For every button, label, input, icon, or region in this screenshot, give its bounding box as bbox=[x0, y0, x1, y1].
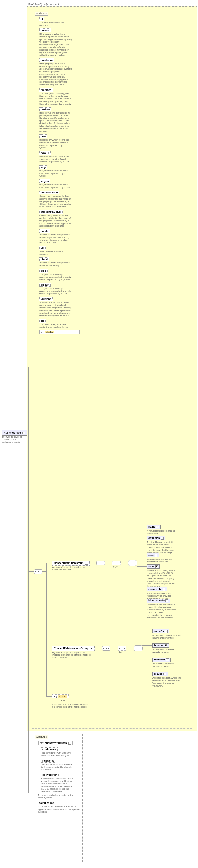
element-narrower[interactable]: narrower+ bbox=[152, 658, 170, 662]
element-hierarchyInfo[interactable]: hierarchyInfo+ bbox=[147, 598, 170, 603]
expand-icon[interactable]: + bbox=[156, 526, 159, 528]
attribute-desc: A reference to the concept from which th… bbox=[41, 777, 74, 793]
element-note[interactable]: note+ bbox=[147, 553, 159, 557]
attribute-id[interactable]: id bbox=[39, 17, 44, 21]
conn bbox=[46, 648, 52, 648]
attribute-qcode[interactable]: qcode bbox=[39, 229, 50, 233]
expand-icon[interactable]: − bbox=[85, 562, 88, 565]
attribute-typeuri[interactable]: typeuri bbox=[39, 283, 51, 287]
expand-icon[interactable]: − bbox=[68, 742, 71, 745]
conn bbox=[46, 696, 52, 696]
element-desc: An identifier of a concept with equivale… bbox=[152, 634, 182, 639]
attribute-howuri[interactable]: howuri bbox=[39, 151, 51, 155]
root-type-box[interactable]: AudienceType − bbox=[2, 430, 27, 436]
attribute-confidence[interactable]: confidence bbox=[41, 747, 57, 751]
conn bbox=[126, 648, 134, 648]
any-attribute: any##other bbox=[39, 330, 80, 334]
element-facet[interactable]: facet+ bbox=[147, 564, 160, 569]
attributes-header: attributes bbox=[35, 735, 48, 739]
element-desc: In NAR 1.8 and later, facet is deprecate… bbox=[147, 569, 176, 587]
expand-icon[interactable]: + bbox=[163, 588, 165, 591]
conn bbox=[136, 555, 147, 555]
choice-icon bbox=[128, 560, 137, 566]
attribute-relevance[interactable]: relevance bbox=[41, 759, 56, 763]
attribute-desc: One or many constraints that apply to pu… bbox=[39, 195, 72, 208]
attribute-desc: The confidence with which the metadata h… bbox=[41, 752, 74, 757]
attribute-desc: The relevance of the metadata to the new… bbox=[41, 763, 74, 771]
attribute-why[interactable]: why bbox=[39, 165, 47, 169]
occ: 0..∞ bbox=[113, 566, 118, 568]
attribute-pubconstrainturi[interactable]: pubconstrainturi bbox=[39, 210, 63, 214]
element-desc: A natural language definition of the sem… bbox=[147, 541, 176, 554]
attribute-desc: The date (and, optionally, the time) whe… bbox=[39, 92, 72, 105]
attribute-dir[interactable]: dir bbox=[39, 319, 46, 323]
significance-desc: A qualifier which indicates the expected… bbox=[38, 805, 80, 813]
expand-icon[interactable]: + bbox=[165, 630, 168, 633]
sequence-icon bbox=[96, 561, 105, 565]
attribute-significance[interactable]: significance bbox=[38, 801, 55, 805]
attribute-desc: One or many constraints that apply to pu… bbox=[39, 214, 72, 227]
expand-icon[interactable]: + bbox=[165, 599, 168, 602]
sequence-icon bbox=[102, 646, 111, 651]
concept-definition-group[interactable]: ConceptDefinitionGroup − bbox=[52, 561, 89, 566]
conn bbox=[136, 600, 147, 601]
expand-icon[interactable]: − bbox=[90, 647, 93, 650]
element-broader[interactable]: broader+ bbox=[152, 643, 169, 648]
conn bbox=[136, 527, 137, 620]
sequence-icon bbox=[34, 569, 42, 574]
element-sameAs[interactable]: sameAs+ bbox=[152, 629, 169, 633]
attribute-literal[interactable]: literal bbox=[39, 257, 49, 261]
conn bbox=[142, 645, 152, 646]
attribute-desc: Why the metadata has been included - exp… bbox=[39, 169, 72, 178]
expand-icon[interactable]: + bbox=[166, 658, 169, 661]
conn bbox=[142, 631, 143, 685]
element-related[interactable]: related+ bbox=[152, 672, 168, 676]
conn bbox=[91, 563, 96, 563]
element-definition[interactable]: definition+ bbox=[147, 536, 165, 540]
attribute-whyuri[interactable]: whyuri bbox=[39, 179, 50, 183]
expand-icon[interactable]: + bbox=[165, 644, 167, 647]
expand-icon[interactable]: + bbox=[155, 554, 158, 557]
conn bbox=[28, 367, 29, 497]
any-element: any##other bbox=[52, 694, 69, 699]
expand-icon[interactable]: + bbox=[163, 673, 166, 676]
conn bbox=[104, 563, 112, 563]
expand-icon[interactable]: + bbox=[155, 565, 158, 568]
conn bbox=[142, 659, 152, 660]
quantify-attributes-group[interactable]: grp: quantifyAttributes − bbox=[38, 741, 73, 745]
expand-icon[interactable]: + bbox=[161, 537, 164, 540]
attribute-desc: A URI which identifies a concept. bbox=[39, 250, 72, 255]
attribute-custom[interactable]: custom bbox=[39, 107, 51, 111]
attribute-creatoruri[interactable]: creatoruri bbox=[39, 58, 54, 62]
element-remoteInfo[interactable]: remoteInfo+ bbox=[147, 587, 167, 591]
attribute-derivedfrom[interactable]: derivedfrom bbox=[41, 773, 58, 777]
element-desc: A related concept, where the relationshi… bbox=[152, 677, 182, 687]
attribute-type[interactable]: type bbox=[39, 269, 48, 273]
conn bbox=[28, 571, 34, 571]
attribute-desc: A concept identifier expressed as a free… bbox=[39, 261, 72, 267]
conn bbox=[46, 563, 47, 696]
attribute-desc: A concept identifier expressed as a stri… bbox=[39, 234, 72, 244]
root-desc: The type to cover all qualifiers for an … bbox=[2, 436, 24, 443]
attribute-how[interactable]: how bbox=[39, 134, 47, 138]
element-name[interactable]: name+ bbox=[147, 525, 161, 529]
conn bbox=[120, 563, 128, 563]
attribute-desc: Specifies the language of this property … bbox=[39, 301, 72, 317]
occ: 0..∞ bbox=[119, 651, 123, 653]
attribute-pubconstraint[interactable]: pubconstraint bbox=[39, 190, 59, 194]
attribute-desc: If set to true the corresponding propert… bbox=[39, 112, 72, 133]
crg-desc: A group of properties required to indica… bbox=[52, 651, 92, 659]
attribute-uri[interactable]: uri bbox=[39, 246, 46, 250]
sequence-icon bbox=[118, 646, 126, 651]
attribute-xml-lang[interactable]: xml:lang bbox=[39, 297, 53, 301]
attribute-desc: The type of the concept assigned as cont… bbox=[39, 287, 72, 295]
attribute-desc: The local identifier of the property. bbox=[39, 21, 72, 26]
conn bbox=[142, 631, 152, 631]
element-desc: A natural language name for the concept. bbox=[147, 530, 176, 535]
attribute-creator[interactable]: creator bbox=[39, 28, 51, 32]
attribute-desc: The directionality of textual content (e… bbox=[39, 323, 72, 328]
concept-relationships-group[interactable]: ConceptRelationshipsGroup − bbox=[52, 646, 94, 651]
attribute-modified[interactable]: modified bbox=[39, 88, 53, 92]
conn bbox=[28, 367, 34, 367]
element-desc: An identifier of a more specific concept… bbox=[152, 662, 182, 668]
